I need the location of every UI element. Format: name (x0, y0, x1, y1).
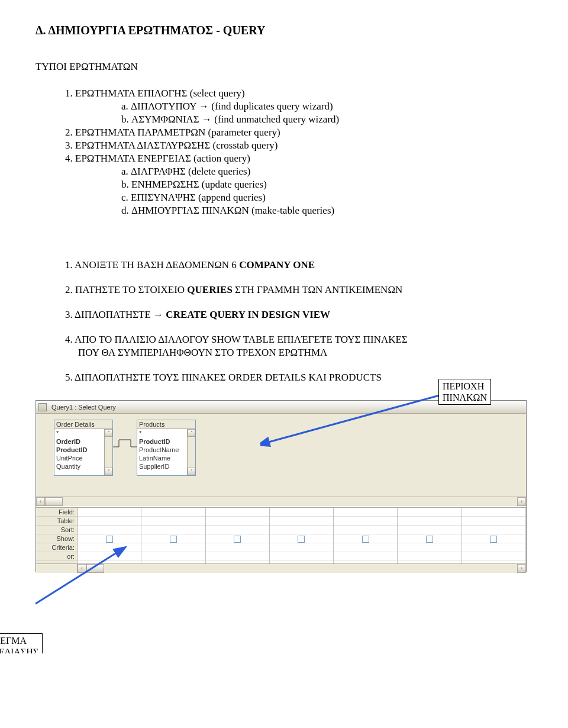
list-item: b. ΑΣΥΜΦΩΝΙΑΣ → (find unmatched query wi… (121, 114, 532, 125)
grid-cell[interactable] (334, 526, 397, 534)
scroll-track[interactable] (63, 497, 517, 506)
list-item: 4. ΕΡΩΤΗΜΑΤΑ ΕΝΕΡΓΕΙΑΣ (action query) (65, 153, 532, 165)
grid-cell[interactable] (206, 526, 269, 534)
list-item: 1. ΕΡΩΤΗΜΑΤΑ ΕΠΙΛΟΓΗΣ (select query) (65, 88, 532, 99)
show-checkbox-cell[interactable] (206, 534, 269, 543)
grid-cell[interactable] (334, 517, 397, 526)
grid-cell[interactable] (78, 508, 141, 517)
grid-cell[interactable] (141, 543, 205, 552)
grid-cell[interactable] (206, 543, 269, 552)
callout-line: ΠΛΕΓΜΑ (0, 635, 38, 646)
grid-cell[interactable] (141, 526, 205, 534)
grid-cell[interactable] (334, 552, 397, 561)
grid-cell[interactable] (206, 517, 269, 526)
show-checkbox-cell[interactable] (78, 534, 141, 543)
list-item: 3. ΔΙΠΛΟΠΑΤΗΣΤΕ → CREATE QUERY IN DESIGN… (65, 309, 532, 321)
scroll-left-button[interactable]: ‹ (36, 497, 45, 506)
grid-cell[interactable] (141, 508, 205, 517)
scroll-right-button[interactable]: › (517, 497, 526, 506)
grid-cell[interactable] (206, 508, 269, 517)
scroll-thumb[interactable] (45, 497, 63, 506)
scroll-track[interactable] (104, 564, 517, 573)
grid-cell[interactable] (398, 543, 461, 552)
scroll-up-button[interactable]: ˄ (105, 429, 112, 437)
grid-cell[interactable] (270, 508, 333, 517)
step-text: 1. ΑΝΟΙΞΤΕ ΤΗ ΒΑΣΗ ΔΕΔΟΜΕΝΩΝ 6 (65, 259, 239, 270)
types-list: 1. ΕΡΩΤΗΜΑΤΑ ΕΠΙΛΟΓΗΣ (select query) a. … (65, 88, 532, 217)
grid-cell[interactable] (462, 543, 525, 552)
grid-cell[interactable] (398, 552, 461, 561)
grid-cell[interactable] (270, 552, 333, 561)
scrollbar[interactable]: ˄ ˅ (104, 429, 112, 475)
grid-cell[interactable] (270, 526, 333, 534)
upper-hscrollbar[interactable]: ‹ › (36, 497, 526, 506)
show-checkbox-cell[interactable] (141, 534, 205, 543)
grid-column[interactable] (270, 508, 334, 563)
step-bold: CREATE QUERY IN DESIGN VIEW (166, 309, 330, 320)
callout-line: ΠΙΝΑΚΩΝ (443, 392, 487, 403)
scroll-right-button[interactable]: › (517, 564, 526, 573)
scroll-thumb[interactable] (86, 564, 104, 573)
step-bold: QUERIES (187, 284, 233, 295)
list-item: d. ΔΗΜΙΟΥΡΓΙΑΣ ΠΙΝΑΚΩΝ (make-table queri… (121, 205, 532, 217)
grid-label: Field: (36, 508, 77, 517)
table-title: Products (137, 420, 195, 429)
grid-hscrollbar[interactable]: ‹ › (36, 563, 526, 573)
grid-cell[interactable] (462, 517, 525, 526)
grid-cell[interactable] (462, 508, 525, 517)
list-item: a. ΔΙΑΓΡΑΦΗΣ (delete queries) (121, 166, 532, 178)
grid-cell[interactable] (270, 543, 333, 552)
list-item: 4. ΑΠΟ ΤΟ ΠΛΑΙΣΙΟ ΔΙΑΛΟΓΟΥ SHOW TABLE ΕΠ… (65, 334, 532, 346)
query-icon (38, 403, 47, 411)
grid-column[interactable] (334, 508, 398, 563)
grid-cell[interactable] (398, 517, 461, 526)
show-checkbox-cell[interactable] (270, 534, 333, 543)
grid-cell[interactable] (398, 508, 461, 517)
table-title: Order Details (54, 420, 112, 429)
table-order-details[interactable]: Order Details *OrderIDProductIDUnitPrice… (54, 420, 113, 476)
steps-list: 1. ΑΝΟΙΞΤΕ ΤΗ ΒΑΣΗ ΔΕΔΟΜΕΝΩΝ 6 COMPANY O… (65, 259, 532, 384)
grid-column[interactable] (78, 508, 141, 563)
grid-label: Criteria: (36, 543, 77, 552)
grid-cell[interactable] (206, 552, 269, 561)
grid-column[interactable] (141, 508, 205, 563)
grid-cell[interactable] (78, 543, 141, 552)
design-grid[interactable]: Field:Table:Sort:Show:Criteria:or: (36, 508, 526, 563)
step-bold: COMPANY ONE (239, 259, 315, 270)
grid-cell[interactable] (398, 526, 461, 534)
grid-column[interactable] (206, 508, 270, 563)
scroll-up-button[interactable]: ˄ (188, 429, 195, 437)
grid-label: Table: (36, 517, 77, 526)
scroll-down-button[interactable]: ˅ (105, 468, 112, 475)
grid-columns[interactable] (78, 508, 526, 563)
grid-column[interactable] (398, 508, 462, 563)
grid-label: Sort: (36, 526, 77, 534)
grid-cell[interactable] (334, 543, 397, 552)
grid-row-labels: Field:Table:Sort:Show:Criteria:or: (36, 508, 78, 563)
grid-cell[interactable] (78, 517, 141, 526)
doc-subtitle: ΤΥΠΟΙ ΕΡΩΤΗΜΑΤΩΝ (36, 61, 532, 73)
grid-cell[interactable] (462, 526, 525, 534)
list-item: 1. ΑΝΟΙΞΤΕ ΤΗ ΒΑΣΗ ΔΕΔΟΜΕΝΩΝ 6 COMPANY O… (65, 259, 532, 271)
grid-cell[interactable] (141, 517, 205, 526)
show-checkbox-cell[interactable] (334, 534, 397, 543)
callout-design-grid: ΠΛΕΓΜΑ ΣΧΕΔΙΑΣΗΣ (0, 633, 43, 653)
list-item: a. ΔΙΠΛΟΤΥΠΟΥ → (find duplicates query w… (121, 101, 532, 112)
scrollbar[interactable]: ˄ ˅ (187, 429, 195, 475)
grid-cell[interactable] (78, 526, 141, 534)
grid-cell[interactable] (334, 508, 397, 517)
grid-cell[interactable] (270, 517, 333, 526)
grid-cell[interactable] (462, 552, 525, 561)
grid-column[interactable] (462, 508, 526, 563)
screenshot-region: ΠΕΡΙΟΧΗ ΠΙΝΑΚΩΝ Query1 : Select Query Or… (36, 379, 527, 580)
list-item: b. ΕΝΗΜΕΡΩΣΗΣ (update queries) (121, 179, 532, 191)
table-products[interactable]: Products *ProductIDProductNameLatinNameS… (137, 420, 196, 476)
show-checkbox-cell[interactable] (462, 534, 525, 543)
tables-pane[interactable]: Order Details *OrderIDProductIDUnitPrice… (36, 414, 526, 497)
grid-cell[interactable] (78, 552, 141, 561)
scroll-left-button[interactable]: ‹ (78, 564, 86, 573)
callout-tables-area: ΠΕΡΙΟΧΗ ΠΙΝΑΚΩΝ (438, 379, 491, 405)
scroll-down-button[interactable]: ˅ (188, 468, 195, 475)
show-checkbox-cell[interactable] (398, 534, 461, 543)
grid-cell[interactable] (141, 552, 205, 561)
